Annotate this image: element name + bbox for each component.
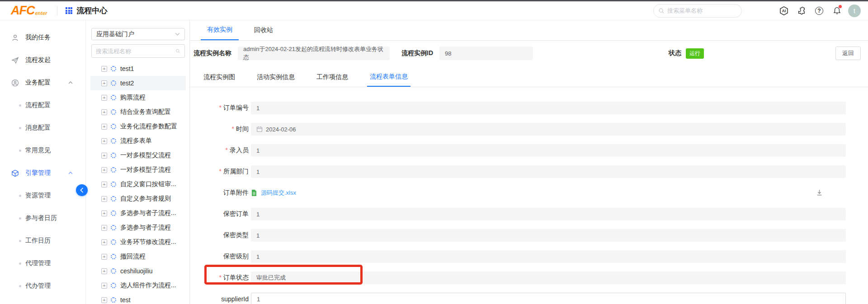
- sidebar-item-common-opinions[interactable]: 常用意见: [0, 139, 85, 162]
- page-title: 流程中心: [76, 5, 107, 16]
- tree-item[interactable]: +自定义窗口按钮审...: [90, 177, 186, 192]
- search-icon: [175, 48, 180, 54]
- tree-item[interactable]: +多选参与者子流程...: [90, 206, 186, 220]
- instance-id-field: 98: [439, 47, 533, 60]
- order-status-field[interactable]: 审批已完成: [251, 271, 846, 284]
- tree-item-selected[interactable]: +test2: [90, 76, 186, 90]
- tree-item[interactable]: +结合业务查询配置: [90, 105, 186, 119]
- expand-plus-icon[interactable]: +: [101, 239, 107, 245]
- tree-item[interactable]: +撤回流程: [90, 249, 186, 264]
- ai-assistant-icon[interactable]: AI: [779, 6, 789, 16]
- bullet-icon: [19, 195, 21, 197]
- process-search-input[interactable]: [96, 48, 175, 55]
- time-field[interactable]: 2024-02-06: [251, 123, 846, 136]
- sidebar-item-my-tasks[interactable]: 我的任务: [0, 26, 85, 49]
- process-loop-icon: [111, 210, 116, 216]
- required-asterisk: *: [219, 274, 222, 281]
- tree-item[interactable]: +一对多模型父流程: [90, 148, 186, 163]
- expand-plus-icon[interactable]: +: [101, 283, 107, 289]
- tree-item[interactable]: +流程多表单: [90, 134, 186, 148]
- app-portal-select[interactable]: 应用基础门户: [91, 28, 185, 40]
- help-icon[interactable]: ?: [814, 6, 824, 16]
- sidebar-item-process-initiate[interactable]: 流程发起: [0, 49, 85, 71]
- tab-process-instance-diagram[interactable]: 流程实例图: [201, 68, 238, 87]
- tree-item[interactable]: +业务环节修改流程...: [90, 235, 186, 249]
- form-row-entry-clerk: *录入员 1: [190, 144, 868, 157]
- download-icon[interactable]: [816, 189, 823, 198]
- form-row-secret-order: 保密订单 1: [190, 208, 868, 220]
- secret-level-field[interactable]: 1: [251, 250, 846, 263]
- process-search-box[interactable]: [91, 44, 185, 58]
- tab-valid-instances[interactable]: 有效实例: [201, 20, 239, 40]
- expand-plus-icon[interactable]: +: [101, 153, 107, 159]
- notification-bell-icon[interactable]: [832, 6, 842, 16]
- secret-type-field[interactable]: 1: [251, 229, 846, 242]
- process-loop-icon: [111, 138, 116, 144]
- sidebar-item-resource-mgmt[interactable]: 资源管理: [0, 184, 85, 207]
- tree-item[interactable]: +一对多模型子流程: [90, 163, 186, 177]
- detail-tabs: 流程实例图 活动实例信息 工作项信息 流程表单信息: [190, 68, 868, 87]
- expand-plus-icon[interactable]: +: [101, 254, 107, 260]
- sidebar-item-todo-mgmt[interactable]: 代办管理: [0, 275, 85, 297]
- tree-item[interactable]: +购票流程: [90, 90, 186, 105]
- process-loop-icon: [111, 268, 116, 274]
- secret-order-field[interactable]: 1: [251, 208, 846, 220]
- instance-summary-row: 流程实例名称 admin于2024-02-21发起的流程流转时修改表单业务状态 …: [190, 44, 868, 63]
- expand-plus-icon[interactable]: +: [101, 80, 107, 86]
- expand-plus-icon[interactable]: +: [101, 124, 107, 130]
- instance-tabs: 有效实例 回收站: [190, 20, 868, 41]
- supplier-id-field[interactable]: 1: [251, 293, 846, 304]
- tree-item[interactable]: +ceshiluojiliu: [90, 264, 186, 278]
- menu-search-box[interactable]: [653, 4, 742, 18]
- app-grid-icon[interactable]: [66, 7, 72, 14]
- entry-clerk-field[interactable]: 1: [251, 144, 846, 157]
- brand-logo: AFC enter: [11, 5, 47, 17]
- excel-file-icon: [251, 189, 257, 196]
- sidebar-item-process-config[interactable]: 流程配置: [0, 94, 85, 117]
- tab-process-form-info[interactable]: 流程表单信息: [367, 68, 410, 87]
- sidebar-item-work-calendar[interactable]: 工作日历: [0, 229, 85, 252]
- sidebar-item-business-config[interactable]: 业务配置: [0, 71, 85, 94]
- bullet-icon: [19, 127, 21, 129]
- tree-item[interactable]: +多选参与者子流程: [90, 220, 186, 235]
- department-field[interactable]: 1: [251, 165, 846, 178]
- tab-work-item-info[interactable]: 工作项信息: [314, 68, 351, 87]
- expand-plus-icon[interactable]: +: [101, 210, 107, 216]
- expand-plus-icon[interactable]: +: [101, 167, 107, 173]
- sidebar-item-proxy-mgmt[interactable]: 代理管理: [0, 252, 85, 275]
- tab-recycle-bin[interactable]: 回收站: [248, 20, 279, 40]
- chevron-up-icon: [68, 172, 73, 174]
- order-no-field[interactable]: 1: [251, 102, 846, 114]
- sidebar-item-participant-calendar[interactable]: 参与者日历: [0, 207, 85, 229]
- tree-item[interactable]: +test: [90, 293, 186, 304]
- form-row-secret-level: 保密级别 1: [190, 250, 868, 263]
- user-avatar[interactable]: t: [848, 5, 861, 17]
- tree-item[interactable]: +选人组件作为流程...: [90, 278, 186, 293]
- expand-plus-icon[interactable]: +: [101, 95, 107, 101]
- attachment-link[interactable]: 源码提交.xlsx: [261, 189, 296, 197]
- logo-text: AFC: [11, 5, 35, 17]
- tree-item[interactable]: +test1: [90, 61, 186, 76]
- expand-plus-icon[interactable]: +: [101, 182, 107, 187]
- sidebar-item-engine-mgmt[interactable]: 引擎管理: [0, 162, 85, 184]
- expand-plus-icon[interactable]: +: [101, 109, 107, 115]
- tab-activity-instance-info[interactable]: 活动实例信息: [254, 68, 297, 87]
- expand-plus-icon[interactable]: +: [101, 138, 107, 144]
- process-loop-icon: [111, 283, 116, 288]
- sidebar-item-message-config[interactable]: 消息配置: [0, 117, 85, 139]
- plugin-icon[interactable]: [797, 6, 807, 16]
- expand-plus-icon[interactable]: +: [101, 268, 107, 274]
- tree-item[interactable]: +自定义参与者规则: [90, 192, 186, 206]
- expand-plus-icon[interactable]: +: [101, 297, 107, 303]
- menu-search-input[interactable]: [667, 7, 731, 14]
- back-button[interactable]: 返回: [835, 47, 861, 60]
- expand-plus-icon[interactable]: +: [101, 225, 107, 231]
- expand-plus-icon[interactable]: +: [101, 66, 107, 72]
- sidebar-collapse-button[interactable]: [76, 184, 88, 196]
- expand-plus-icon[interactable]: +: [101, 196, 107, 202]
- user-circle-icon: [11, 79, 19, 87]
- tree-item[interactable]: +业务化流程参数配置: [90, 119, 186, 134]
- process-loop-icon: [111, 153, 116, 158]
- process-loop-icon: [111, 167, 116, 173]
- chevron-down-icon: [175, 33, 180, 36]
